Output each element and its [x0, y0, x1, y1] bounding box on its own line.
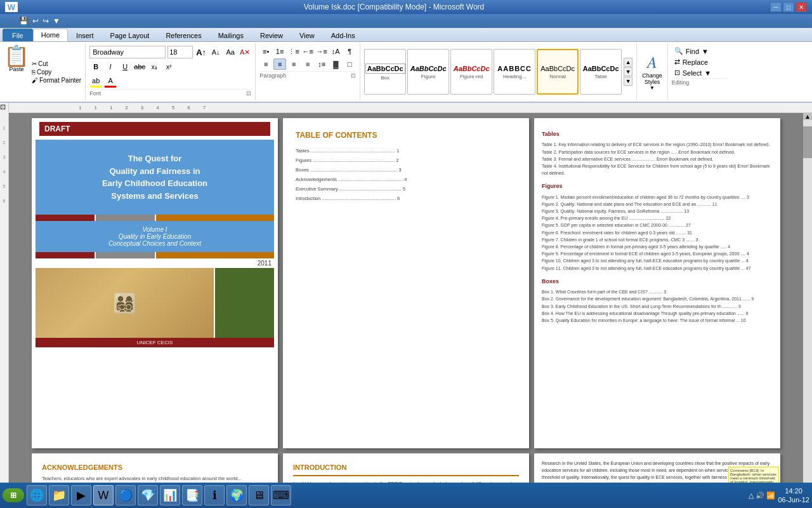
text-highlight-button[interactable]: ab: [89, 75, 102, 88]
style-box[interactable]: AaBbCcDc Box: [364, 49, 406, 95]
taskbar-app4[interactable]: ℹ: [204, 485, 225, 505]
tab-references[interactable]: References: [157, 29, 209, 41]
borders-button[interactable]: □: [343, 58, 356, 70]
multilevel-button[interactable]: ⋮≡: [287, 46, 300, 57]
taskbar-app5[interactable]: 🖥: [249, 485, 269, 505]
taskbar-word[interactable]: W: [93, 485, 114, 505]
taskbar-ppt[interactable]: 📑: [182, 485, 202, 505]
select-button[interactable]: ⊡ Select ▼: [672, 67, 728, 78]
tab-view[interactable]: View: [291, 29, 323, 41]
taskbar-ie2[interactable]: 🌍: [226, 485, 247, 505]
format-painter-button[interactable]: 🖌 Format Painter: [32, 77, 81, 84]
table-item-2: Table 2. Participation data sources for …: [542, 149, 773, 156]
tab-review[interactable]: Review: [252, 29, 291, 41]
vertical-scrollbar[interactable]: ▲ ▼: [803, 113, 812, 494]
taskbar-folder[interactable]: 📁: [49, 485, 69, 505]
toc-title: TABLE OF CONTENTS: [296, 131, 516, 140]
cover-image-top: The Quest forQuality and Fairness inEarl…: [36, 140, 274, 215]
grow-font-button[interactable]: A↑: [195, 46, 207, 58]
taskbar-excel[interactable]: 📊: [160, 485, 180, 505]
font-color-button[interactable]: A: [104, 75, 117, 88]
shading-button[interactable]: ▓: [329, 58, 342, 70]
justify-button[interactable]: ≡: [301, 58, 314, 70]
cover-bars: [36, 215, 274, 221]
align-left-button[interactable]: ≡: [259, 58, 272, 70]
styles-expand[interactable]: ▼: [624, 77, 632, 86]
line-spacing-button[interactable]: ↕≡: [315, 58, 328, 70]
box-item-4: Box 4. How The EU is addressing educatio…: [542, 310, 773, 317]
save-icon[interactable]: 💾: [18, 15, 30, 27]
font-size-input[interactable]: [167, 46, 193, 58]
bold-button[interactable]: B: [89, 60, 102, 73]
replace-button[interactable]: ⇄ Replace: [672, 57, 728, 67]
para-row2: ≡ ≡ ≡ ≡ ↕≡ ▓ □: [259, 58, 356, 70]
styles-scroll-up[interactable]: ▲: [624, 58, 632, 67]
find-button[interactable]: 🔍 Find ▼: [672, 46, 728, 57]
date: 06-Jun-12: [778, 495, 809, 504]
style-figure-red[interactable]: AaBbCcDc Figure red: [450, 49, 492, 95]
horizontal-ruler: 111234567: [9, 103, 812, 113]
cut-button[interactable]: ✂ Cut: [32, 60, 81, 67]
taskbar-app3[interactable]: 💎: [138, 485, 158, 505]
style-figure[interactable]: AaBbCcDc Figure: [407, 49, 449, 95]
decrease-indent-button[interactable]: ←≡: [301, 46, 314, 57]
paragraph-dialog-launcher[interactable]: ⊡: [351, 72, 356, 79]
align-right-button[interactable]: ≡: [287, 58, 300, 70]
redo-icon[interactable]: ↪: [41, 15, 50, 27]
cover-photo: 👨‍👩‍👧‍👦: [36, 268, 214, 338]
font-name-row: A↑ A↓ Aa A✕: [89, 46, 251, 58]
close-button[interactable]: ✕: [796, 2, 807, 12]
change-styles-arrow: ▼: [650, 85, 655, 91]
copy-button[interactable]: ⎘ Copy: [32, 69, 81, 76]
taskbar-app6[interactable]: ⌨: [271, 485, 291, 505]
strikethrough-button[interactable]: abc: [133, 60, 146, 73]
scroll-up-button[interactable]: ▲: [803, 113, 812, 120]
increase-indent-button[interactable]: →≡: [315, 46, 328, 57]
sort-button[interactable]: ↕A: [329, 46, 342, 57]
style-normal[interactable]: AaBbCcDc Normal: [537, 49, 579, 95]
taskbar-media[interactable]: ▶: [71, 485, 91, 505]
change-case-button[interactable]: Aa: [224, 46, 237, 58]
customize-qa-icon[interactable]: ▼: [51, 15, 62, 27]
underline-button[interactable]: U: [119, 60, 131, 73]
paste-button[interactable]: 📋 Paste: [4, 46, 29, 98]
cover-volume: Volume IQuality in Early EducationConcep…: [36, 221, 274, 252]
tab-addins[interactable]: Add-Ins: [323, 29, 363, 41]
font-group: A↑ A↓ Aa A✕ B I U abc x₂ x² ab A Font ⊡: [86, 43, 256, 100]
figure-item-7: Figure 7. Children in grade 1 of school …: [542, 236, 773, 243]
table-item-4: Table 4. Institutional Responsibility fo…: [542, 163, 773, 177]
style-table[interactable]: AaBbCcDc Table: [580, 49, 622, 95]
tab-home[interactable]: Home: [33, 29, 68, 41]
scrollbar-thumb[interactable]: [803, 126, 812, 158]
taskbar-ie[interactable]: 🌐: [27, 485, 47, 505]
taskbar-app2[interactable]: 🔵: [115, 485, 136, 505]
windows-taskbar: ⊞ 🌐 📁 ▶ W 🔵 💎 📊 📑 ℹ 🌍 🖥 ⌨ △ 🔊 📶 14:20 06…: [0, 483, 812, 508]
font-name-input[interactable]: [89, 46, 166, 58]
show-hide-button[interactable]: ¶: [343, 46, 356, 57]
clear-format-button[interactable]: A✕: [239, 46, 251, 58]
start-button[interactable]: ⊞: [3, 488, 24, 502]
style-heading-sample: AABBCC: [497, 65, 532, 72]
figure-item-10: Figure 10. Children aged 3 to not attend…: [542, 257, 773, 264]
change-styles-button[interactable]: 𝐴 ChangeStyles ▼: [637, 43, 668, 100]
bullets-button[interactable]: ≡•: [259, 46, 272, 57]
tab-insert[interactable]: Insert: [68, 29, 102, 41]
bar2: [96, 252, 155, 258]
document-area[interactable]: 123456 ▲ ▼ DRAFT The Quest forQuality an…: [0, 113, 812, 494]
tab-page-layout[interactable]: Page Layout: [102, 29, 158, 41]
styles-scroller: ▲ ▼ ▼: [624, 58, 632, 86]
superscript-button[interactable]: x²: [162, 60, 175, 73]
tab-file[interactable]: File: [3, 29, 33, 41]
style-heading[interactable]: AABBCC Heading...: [494, 49, 535, 95]
align-center-button[interactable]: ≡: [273, 58, 286, 70]
numbering-button[interactable]: 1≡: [273, 46, 286, 57]
subscript-button[interactable]: x₂: [148, 60, 160, 73]
font-dialog-launcher[interactable]: ⊡: [246, 90, 251, 97]
undo-icon[interactable]: ↩: [31, 15, 40, 27]
tab-mailings[interactable]: Mailings: [210, 29, 252, 41]
shrink-font-button[interactable]: A↓: [209, 46, 222, 58]
italic-button[interactable]: I: [104, 60, 117, 73]
restore-button[interactable]: □: [783, 2, 794, 12]
styles-scroll-down[interactable]: ▼: [624, 67, 632, 76]
minimize-button[interactable]: ─: [770, 2, 782, 12]
